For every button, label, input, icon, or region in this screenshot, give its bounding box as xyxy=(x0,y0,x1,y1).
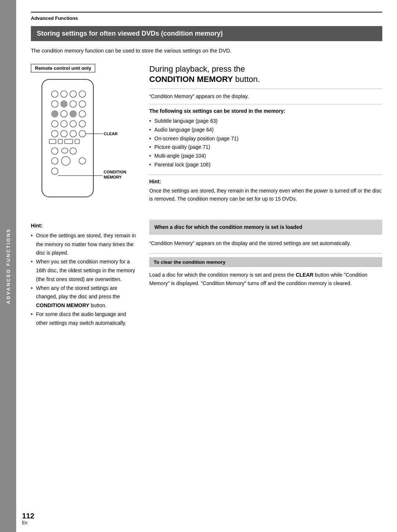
svg-point-18 xyxy=(61,130,67,137)
svg-point-8 xyxy=(79,101,86,107)
when-loaded-box: When a disc for which the condition memo… xyxy=(149,220,382,235)
svg-rect-28 xyxy=(61,148,68,153)
svg-point-1 xyxy=(51,91,58,97)
svg-point-17 xyxy=(51,130,58,137)
svg-point-2 xyxy=(61,91,67,97)
svg-point-27 xyxy=(51,148,58,154)
bottom-section: Hint: Once the settings are stored, they… xyxy=(31,220,382,333)
to-clear-box: To clear the condition memory xyxy=(149,257,382,267)
playback-line2: CONDITION MEMORY xyxy=(149,75,233,84)
clear-instructions: Load a disc for which the condition memo… xyxy=(149,271,382,287)
two-col-layout: Remote control unit only xyxy=(31,64,382,211)
svg-text:MEMORY: MEMORY xyxy=(104,175,122,179)
svg-point-10 xyxy=(61,111,67,117)
svg-point-32 xyxy=(79,158,86,164)
section-title: Advanced Functions xyxy=(31,15,78,21)
svg-point-3 xyxy=(70,91,76,97)
svg-point-11 xyxy=(70,111,76,117)
remote-illustration: CLEAR xyxy=(31,78,126,210)
main-content: Advanced Functions Storing settings for … xyxy=(16,0,397,532)
svg-point-14 xyxy=(61,121,67,127)
en-label: En xyxy=(22,520,28,525)
svg-rect-24 xyxy=(58,139,62,144)
playback-title: During playback, press the CONDITION MEM… xyxy=(149,64,382,85)
settings-list: Subtitle language (page 63) Audio langua… xyxy=(149,117,382,169)
svg-point-30 xyxy=(51,158,58,164)
list-item: Audio language (page 64) xyxy=(149,126,382,134)
page-title: Storing settings for often viewed DVDs (… xyxy=(37,30,223,37)
page-title-banner: Storing settings for often viewed DVDs (… xyxy=(31,26,382,41)
divider-3 xyxy=(149,175,382,175)
condition-memory-bold: CONDITION MEMORY xyxy=(36,302,89,308)
bottom-hints-list: Once the settings are stored, they remai… xyxy=(31,231,137,328)
playback-line1: During playback, press the xyxy=(149,64,245,73)
sidebar-label: ADVANCED FUNCTIONS xyxy=(6,228,11,304)
svg-point-16 xyxy=(79,121,86,127)
svg-point-19 xyxy=(70,130,76,137)
page-container: ADVANCED FUNCTIONS Advanced Functions St… xyxy=(0,0,397,532)
left-column: Remote control unit only xyxy=(31,64,137,211)
section-header: Advanced Functions xyxy=(31,12,382,21)
playback-line3: button. xyxy=(233,75,260,84)
svg-point-31 xyxy=(61,157,70,165)
svg-point-15 xyxy=(70,121,76,127)
svg-rect-0 xyxy=(42,79,93,197)
svg-point-33 xyxy=(51,168,58,175)
bottom-hint-title: Hint: xyxy=(31,223,137,229)
hint-title-right: Hint: xyxy=(149,179,382,184)
remote-badge: Remote control unit only xyxy=(31,64,95,72)
svg-point-13 xyxy=(51,121,58,127)
svg-point-9 xyxy=(51,111,58,117)
list-item: Subtitle language (page 63) xyxy=(149,117,382,126)
svg-rect-23 xyxy=(49,139,56,144)
divider-4 xyxy=(149,253,382,254)
svg-point-29 xyxy=(70,148,76,154)
svg-point-4 xyxy=(79,91,86,97)
bottom-right: When a disc for which the condition memo… xyxy=(149,220,382,333)
divider-1 xyxy=(149,89,382,89)
appears-text: “Condition Memory” appears on the displa… xyxy=(149,93,382,100)
list-item: Once the settings are stored, they remai… xyxy=(31,231,137,258)
intro-text: The condition memory function can be use… xyxy=(31,47,382,55)
list-item: On-screen display position (page 71) xyxy=(149,134,382,143)
svg-point-20 xyxy=(79,130,86,137)
list-item: For some discs the audio language and ot… xyxy=(31,310,137,328)
list-item: When you set the condition memory for a … xyxy=(31,258,137,284)
svg-rect-25 xyxy=(65,139,73,144)
svg-point-12 xyxy=(79,111,86,117)
divider-2 xyxy=(149,104,382,104)
svg-text:CLEAR: CLEAR xyxy=(104,132,118,136)
page-number: 112 xyxy=(22,512,34,520)
svg-point-7 xyxy=(70,101,76,107)
when-loaded-text: “Condition Memory” appears on the displa… xyxy=(149,239,382,247)
list-item: Multi-angle (page 104) xyxy=(149,152,382,161)
six-settings-title: The following six settings can be stored… xyxy=(149,108,382,114)
list-item: Picture quality (page 71) xyxy=(149,143,382,152)
svg-text:CONDITION: CONDITION xyxy=(104,170,126,174)
list-item: When any of the stored settings are chan… xyxy=(31,284,137,310)
svg-rect-26 xyxy=(75,139,79,144)
clear-bold: CLEAR xyxy=(296,272,313,278)
bottom-left: Hint: Once the settings are stored, they… xyxy=(31,220,137,333)
svg-point-5 xyxy=(51,101,58,107)
svg-point-6 xyxy=(61,101,67,107)
hint-text-right: Once the settings are stored, they remai… xyxy=(149,187,382,203)
list-item: Parental lock (page 106) xyxy=(149,161,382,169)
sidebar: ADVANCED FUNCTIONS xyxy=(0,0,16,532)
right-column: During playback, press the CONDITION MEM… xyxy=(149,64,382,211)
